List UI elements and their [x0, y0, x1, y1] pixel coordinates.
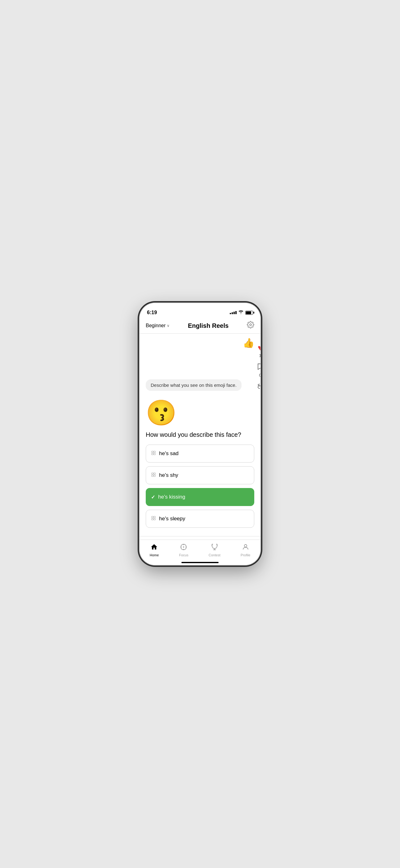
level-label: Beginner	[146, 323, 166, 329]
svg-rect-6	[154, 473, 155, 474]
svg-rect-7	[152, 475, 153, 476]
wifi-icon	[238, 310, 243, 315]
status-icons	[230, 310, 253, 315]
phone-frame: 6:19 Beginner	[139, 303, 261, 565]
share-icon	[257, 382, 261, 391]
settings-icon[interactable]	[247, 321, 254, 330]
signal-icon	[230, 311, 237, 314]
question-bubble: Describe what you see on this emoji face…	[146, 379, 241, 391]
nav-contest-label: Contest	[209, 553, 221, 557]
home-icon	[151, 543, 158, 553]
level-selector[interactable]: Beginner ∨	[146, 323, 170, 329]
option-b-icon	[151, 472, 156, 478]
contest-icon	[211, 543, 218, 553]
share-action[interactable]	[257, 382, 261, 391]
option-a[interactable]: he's sad	[146, 444, 254, 463]
svg-rect-3	[152, 453, 153, 455]
svg-rect-11	[152, 519, 153, 520]
option-d-icon	[151, 516, 156, 522]
page-title: English Reels	[188, 322, 229, 330]
svg-point-19	[244, 545, 247, 547]
bookmark-icon	[257, 363, 261, 372]
svg-rect-4	[154, 453, 155, 455]
question-text: How would you describe this face?	[146, 431, 254, 438]
bookmark-count: 0	[259, 373, 261, 377]
svg-rect-9	[152, 516, 153, 518]
svg-rect-1	[152, 451, 153, 453]
svg-rect-2	[154, 451, 155, 453]
option-d[interactable]: he's sleepy	[146, 510, 254, 528]
nav-home-label: Home	[150, 553, 159, 557]
thumbs-up-area: 👍	[146, 334, 254, 348]
svg-rect-12	[154, 519, 155, 520]
nav-contest[interactable]: Contest	[209, 543, 221, 557]
nav-profile-label: Profile	[241, 553, 250, 557]
option-d-text: he's sleepy	[159, 516, 186, 522]
nav-focus[interactable]: Focus	[179, 543, 188, 557]
header: Beginner ∨ English Reels	[139, 318, 261, 334]
nav-focus-label: Focus	[179, 553, 188, 557]
chevron-down-icon: ∨	[167, 323, 170, 328]
svg-point-0	[249, 324, 252, 326]
status-time: 6:19	[147, 310, 157, 315]
nav-profile[interactable]: Profile	[241, 543, 250, 557]
focus-icon	[180, 543, 187, 553]
svg-rect-5	[152, 473, 153, 474]
main-content: 👍 Describe what you see on this emoji fa…	[139, 334, 261, 536]
bookmark-action[interactable]: 0	[257, 363, 261, 377]
svg-rect-8	[154, 475, 155, 476]
check-icon: ✓	[151, 494, 155, 500]
svg-point-14	[183, 547, 184, 547]
nav-home[interactable]: Home	[150, 543, 159, 557]
bottom-nav: Home Focus Conte	[139, 539, 261, 565]
option-b-text: he's shy	[159, 472, 178, 478]
option-a-text: he's sad	[159, 451, 178, 457]
heart-icon: ♥	[258, 343, 261, 353]
option-b[interactable]: he's shy	[146, 466, 254, 484]
answer-options: he's sad he's shy ✓ he's kissing	[146, 444, 254, 528]
option-c-text: he's kissing	[158, 494, 185, 500]
option-a-icon	[151, 451, 156, 457]
profile-icon	[242, 543, 249, 553]
prompt-text: Describe what you see on this emoji face…	[151, 382, 237, 388]
heart-count: 1	[259, 353, 261, 358]
option-c[interactable]: ✓ he's kissing	[146, 488, 254, 506]
svg-rect-10	[154, 516, 155, 518]
home-bar	[181, 562, 219, 563]
emoji-display: 😗	[146, 398, 254, 428]
heart-action[interactable]: ♥ 1	[258, 343, 261, 358]
side-actions: ♥ 1 0	[257, 343, 261, 391]
status-bar: 6:19	[139, 303, 261, 318]
battery-icon	[245, 311, 253, 315]
thumbs-up-icon[interactable]: 👍	[243, 337, 254, 348]
